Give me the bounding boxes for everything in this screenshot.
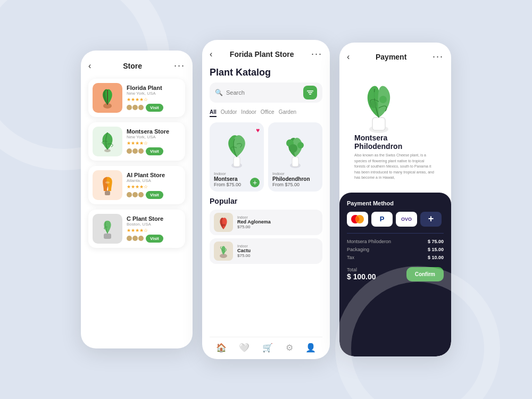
search-input[interactable] <box>226 89 300 96</box>
popular-image-1 <box>214 213 233 232</box>
popular-info-1: Indoor Red Aglonema $75.00 <box>237 215 318 229</box>
store-list-phone: ‹ Store ··· Florida Plant New York, USA … <box>81 51 193 348</box>
plant-type-1: Indoor <box>214 171 260 176</box>
payment-plant-info: Montsera Philodendron Also known as the … <box>347 134 444 186</box>
popular-name-1: Red Aglonema <box>237 219 318 225</box>
order-value-3: $ 10.00 <box>428 255 444 260</box>
phone1-header: ‹ Store ··· <box>88 60 185 71</box>
phone3-title: Payment <box>376 53 406 61</box>
popular-type-1: Indoor <box>237 215 318 219</box>
nav-cart[interactable]: 🛒 <box>262 343 273 353</box>
more-button-3[interactable]: ··· <box>433 51 444 62</box>
store-location-1: New York, USA <box>127 91 181 96</box>
tab-outdoor[interactable]: Outdor <box>221 108 237 117</box>
plant-card-name-2: Philodendhron <box>272 176 318 182</box>
svg-point-4 <box>105 181 110 184</box>
payment-bottom: Payment Method P OVO + Mo <box>339 193 451 357</box>
payment-phone: ‹ Payment ··· Montsera Philodendron Also… <box>339 43 451 356</box>
store-stars-3: ★★★★☆ <box>127 184 181 189</box>
svg-point-22 <box>370 101 377 108</box>
payment-method-title: Payment Method <box>347 200 444 206</box>
order-label-2: Packaging <box>347 247 369 252</box>
store-actions-3: Visit <box>127 191 181 199</box>
store-info-3: AI Plant Store Atlanta, USA ★★★★☆ Visit <box>127 172 181 199</box>
store-image-4 <box>93 214 122 244</box>
order-label-1: Montsera Philoderon <box>347 239 391 244</box>
plant-card-image-2 <box>272 127 318 169</box>
add-payment-button[interactable]: + <box>420 212 442 227</box>
heart-icon[interactable]: ♥ <box>256 127 260 134</box>
confirm-button[interactable]: Confirm <box>406 267 444 281</box>
nav-wishlist[interactable]: 🤍 <box>239 343 250 353</box>
store-name-4: C Plant Store <box>127 215 181 222</box>
order-value-1: $ 75.00 <box>428 239 444 244</box>
ovo-button[interactable]: OVO <box>396 212 417 227</box>
total-amount: $ 100.00 <box>347 272 376 281</box>
store-stars-1: ★★★★☆ <box>127 97 181 102</box>
phone3-header: ‹ Payment ··· <box>347 51 444 62</box>
category-tabs: All Outdor Indoor Office Garden <box>210 108 322 117</box>
visit-button-3[interactable]: Visit <box>146 191 163 199</box>
mastercard-button[interactable] <box>347 212 368 227</box>
popular-title: Popular <box>210 197 322 205</box>
svg-rect-3 <box>105 191 110 195</box>
more-button-2[interactable]: ··· <box>311 48 322 60</box>
store-stars-4: ★★★★☆ <box>127 228 181 233</box>
store-location-4: Boston, USA <box>127 222 181 227</box>
order-label-3: Tax <box>347 255 354 260</box>
popular-price-2: $75.00 <box>237 253 318 258</box>
tab-office[interactable]: Office <box>261 108 275 117</box>
svg-point-21 <box>379 96 387 103</box>
order-value-2: $ 15.00 <box>428 247 444 252</box>
nav-profile[interactable]: 👤 <box>305 343 316 353</box>
back-button[interactable]: ‹ <box>88 61 91 71</box>
payment-plant-name: Montsera Philodendron <box>354 134 436 151</box>
store-image-1 <box>93 83 122 113</box>
back-button-3[interactable]: ‹ <box>347 52 350 62</box>
tab-indoor[interactable]: Indoor <box>241 108 256 117</box>
phone1-title: Store <box>123 62 142 70</box>
back-button-2[interactable]: ‹ <box>210 49 212 59</box>
filter-button[interactable] <box>303 86 317 99</box>
search-bar: 🔍 <box>210 82 322 103</box>
catalog-title: Plant Katalog <box>210 67 322 78</box>
total-section: Total $ 100.00 <box>347 267 376 281</box>
payment-plant-desc: Also known as the Swiss Cheese plant, is… <box>354 153 436 181</box>
store-actions-2: Visit <box>127 147 181 155</box>
plant-price-2: From $75.00 <box>272 182 318 187</box>
store-info-1: Florida Plant New York, USA ★★★★☆ Visit <box>127 85 181 112</box>
store-name-3: AI Plant Store <box>127 172 181 178</box>
popular-item-2: Indoor Cactu $75.00 <box>210 238 322 264</box>
popular-image-2 <box>214 242 233 261</box>
svg-rect-10 <box>234 157 240 167</box>
store-image-3 <box>93 170 122 200</box>
phone2-title: Forida Plant Store <box>230 50 294 59</box>
popular-name-2: Cactu <box>237 248 318 253</box>
svg-point-15 <box>289 144 297 153</box>
visit-button-2[interactable]: Visit <box>146 147 163 155</box>
bottom-nav: 🏠 🤍 🛒 ⚙ 👤 <box>210 337 322 359</box>
total-row: Total $ 100.00 Confirm <box>347 267 444 281</box>
add-to-cart-button-1[interactable]: + <box>250 178 260 187</box>
popular-item-1: Indoor Red Aglonema $75.00 <box>210 210 322 235</box>
store-card-3: AI Plant Store Atlanta, USA ★★★★☆ Visit <box>88 166 185 204</box>
store-actions-4: Visit <box>127 235 181 243</box>
catalog-phone: ‹ Forida Plant Store ··· Plant Katalog 🔍… <box>202 40 330 359</box>
popular-info-2: Indoor Cactu $75.00 <box>237 244 318 258</box>
nav-home[interactable]: 🏠 <box>216 343 227 353</box>
order-row-3: Tax $ 10.00 <box>347 255 444 260</box>
more-button[interactable]: ··· <box>174 60 185 71</box>
store-name-1: Florida Plant <box>127 85 181 91</box>
paypal-button[interactable]: P <box>371 212 393 227</box>
visit-button-1[interactable]: Visit <box>146 104 163 112</box>
store-name-2: Montsera Store <box>127 128 181 135</box>
tab-garden[interactable]: Garden <box>279 108 296 117</box>
order-row-1: Montsera Philoderon $ 75.00 <box>347 239 444 244</box>
tab-all[interactable]: All <box>210 108 217 117</box>
store-info-2: Montsera Store New York, USA ★★★★☆ Visit <box>127 128 181 155</box>
nav-settings[interactable]: ⚙ <box>286 343 293 353</box>
store-image-2 <box>93 127 122 156</box>
plant-grid: ♥ Indoor Montsera From $75.00 + <box>210 122 322 192</box>
visit-button-4[interactable]: Visit <box>146 235 163 243</box>
store-card-1: Florida Plant New York, USA ★★★★☆ Visit <box>88 79 185 117</box>
